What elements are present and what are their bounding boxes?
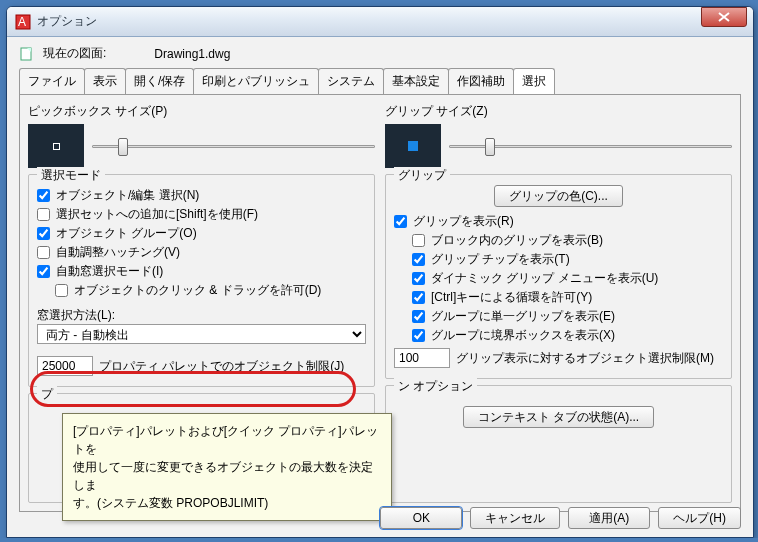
lbl-show-grips: グリップを表示(R)	[413, 213, 514, 230]
pickbox-slider[interactable]	[92, 135, 375, 157]
grip-color-button[interactable]: グリップの色(C)...	[494, 185, 623, 207]
grip-slider[interactable]	[449, 135, 732, 157]
window-select-dropdown[interactable]: 両方 - 自動検出	[37, 324, 366, 344]
tab-selection[interactable]: 選択	[513, 68, 555, 94]
tab-print[interactable]: 印刷とパブリッシュ	[193, 68, 319, 94]
selection-mode-group: 選択モード オブジェクト/編集 選択(N) 選択セットへの追加に[Shift]を…	[28, 174, 375, 387]
close-button[interactable]	[701, 7, 747, 27]
propobj-limit-input[interactable]	[37, 356, 93, 376]
gripobj-limit-input[interactable]	[394, 348, 450, 368]
chk-obj-group[interactable]	[37, 227, 50, 240]
chk-assoc-hatch[interactable]	[37, 246, 50, 259]
tooltip-line: 使用して一度に変更できるオブジェクトの最大数を決定しま	[73, 458, 381, 494]
lbl-grips-in-block: ブロック内のグリップを表示(B)	[431, 232, 603, 249]
tooltip: [プロパティ]パレットおよび[クイック プロパティ]パレットを 使用して一度に変…	[62, 413, 392, 521]
tab-pref[interactable]: 基本設定	[383, 68, 449, 94]
tab-display[interactable]: 表示	[84, 68, 126, 94]
grip-group: グリップ グリップの色(C)... グリップを表示(R) ブロック内のグリップを…	[385, 174, 732, 379]
gripobj-limit-label: グリップ表示に対するオブジェクト選択制限(M)	[456, 350, 714, 367]
window-select-label: 窓選択方法(L):	[37, 307, 366, 324]
options-dialog: A オプション 現在の図面: Drawing1.dwg ファイル 表示 開く/保…	[6, 6, 754, 538]
lbl-assoc-hatch: 自動調整ハッチング(V)	[56, 244, 180, 261]
ribbon-legend: ン オプション	[394, 378, 477, 395]
chk-grips-in-block[interactable]	[412, 234, 425, 247]
context-tab-button[interactable]: コンテキスト タブの状態(A)...	[463, 406, 654, 428]
lbl-group-bbox: グループに境界ボックスを表示(X)	[431, 327, 615, 344]
dialog-buttons: OK キャンセル 適用(A) ヘルプ(H)	[380, 507, 741, 529]
titlebar[interactable]: A オプション	[7, 7, 753, 37]
lbl-grip-tips: グリップ チップを表示(T)	[431, 251, 570, 268]
help-button[interactable]: ヘルプ(H)	[658, 507, 741, 529]
grip-legend: グリップ	[394, 167, 450, 184]
preview-legend: プ	[37, 386, 57, 403]
tab-file[interactable]: ファイル	[19, 68, 85, 94]
chk-grip-tips[interactable]	[412, 253, 425, 266]
lbl-implied-window: 自動窓選択モード(I)	[56, 263, 163, 280]
grip-size-label: グリップ サイズ(Z)	[385, 103, 732, 120]
tab-open-save[interactable]: 開く/保存	[125, 68, 194, 94]
chk-show-grips[interactable]	[394, 215, 407, 228]
right-column: グリップ サイズ(Z) グリップ グリップの色(C)... グリップを表示(R)…	[385, 103, 732, 503]
drawing-name: Drawing1.dwg	[154, 47, 230, 61]
lbl-ctrl-cycle: [Ctrl]キーによる循環を許可(Y)	[431, 289, 592, 306]
lbl-shift-add: 選択セットへの追加に[Shift]を使用(F)	[56, 206, 258, 223]
tabstrip: ファイル 表示 開く/保存 印刷とパブリッシュ システム 基本設定 作図補助 選…	[19, 68, 741, 94]
tooltip-line: [プロパティ]パレットおよび[クイック プロパティ]パレットを	[73, 422, 381, 458]
chk-dyn-grip-menu[interactable]	[412, 272, 425, 285]
tab-panel: ピックボックス サイズ(P) 選択モード オブジェクト/編集 選択(N) 選択セ…	[19, 94, 741, 512]
pickbox-preview	[28, 124, 84, 168]
chk-noun-verb[interactable]	[37, 189, 50, 202]
chk-group-single-grip[interactable]	[412, 310, 425, 323]
chk-shift-add[interactable]	[37, 208, 50, 221]
app-icon: A	[15, 14, 31, 30]
svg-text:A: A	[18, 15, 26, 29]
selection-mode-legend: 選択モード	[37, 167, 105, 184]
lbl-obj-group: オブジェクト グループ(O)	[56, 225, 197, 242]
document-icon	[19, 46, 35, 62]
lbl-noun-verb: オブジェクト/編集 選択(N)	[56, 187, 199, 204]
chk-implied-window[interactable]	[37, 265, 50, 278]
tab-system[interactable]: システム	[318, 68, 384, 94]
ok-button[interactable]: OK	[380, 507, 462, 529]
chk-ctrl-cycle[interactable]	[412, 291, 425, 304]
grip-preview	[385, 124, 441, 168]
lbl-group-single-grip: グループに単一グリップを表示(E)	[431, 308, 615, 325]
cancel-button[interactable]: キャンセル	[470, 507, 560, 529]
current-drawing-label: 現在の図面:	[43, 45, 106, 62]
chk-click-drag[interactable]	[55, 284, 68, 297]
lbl-dyn-grip-menu: ダイナミック グリップ メニューを表示(U)	[431, 270, 658, 287]
tab-drafting[interactable]: 作図補助	[448, 68, 514, 94]
chk-group-bbox[interactable]	[412, 329, 425, 342]
tooltip-line: す。(システム変数 PROPOBJLIMIT)	[73, 494, 381, 512]
propobj-limit-label: プロパティ パレットでのオブジェクト制限(J)	[99, 358, 344, 375]
ribbon-group: ン オプション コンテキスト タブの状態(A)...	[385, 385, 732, 503]
dialog-content: 現在の図面: Drawing1.dwg ファイル 表示 開く/保存 印刷とパブリ…	[7, 37, 753, 537]
window-title: オプション	[37, 13, 753, 30]
apply-button[interactable]: 適用(A)	[568, 507, 650, 529]
pickbox-size-label: ピックボックス サイズ(P)	[28, 103, 375, 120]
lbl-click-drag: オブジェクトのクリック & ドラッグを許可(D)	[74, 282, 321, 299]
